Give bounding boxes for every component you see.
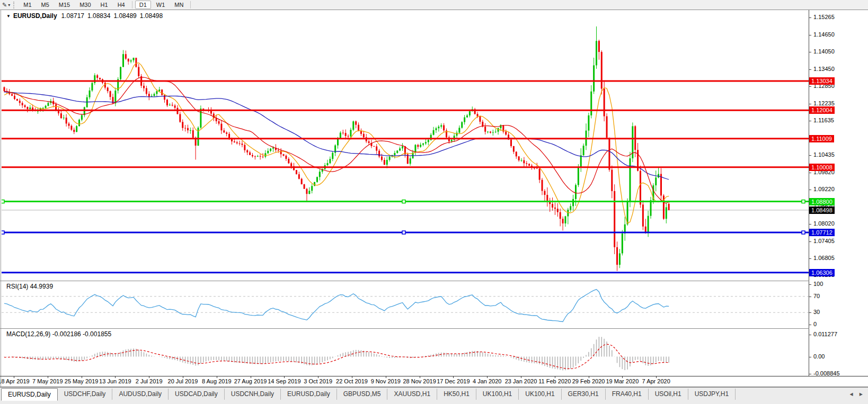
price-tick-mark bbox=[809, 86, 811, 87]
price-tick-mark bbox=[809, 121, 811, 121]
price-tick-label: 1.07405 bbox=[813, 238, 835, 244]
price-tick-mark bbox=[809, 104, 811, 104]
price-line-tag: 1.11009 bbox=[809, 135, 834, 142]
price-line-tag: 1.13034 bbox=[809, 77, 835, 85]
ohlc-low: 1.08489 bbox=[113, 12, 136, 20]
price-tick-label: 1.13450 bbox=[813, 66, 835, 72]
rsi-value: 44.9939 bbox=[30, 283, 53, 290]
tab-scroll-right-icon[interactable]: ▶ bbox=[860, 392, 863, 397]
hline-handle[interactable] bbox=[1, 200, 4, 203]
macd-tick-label: 0.011277 bbox=[813, 331, 837, 337]
price-line-tag: 1.07712 bbox=[809, 229, 835, 236]
macd-tick-mark bbox=[809, 335, 811, 335]
bid-price-tag: 1.08498 bbox=[809, 207, 835, 214]
price-tick-label: 1.10435 bbox=[813, 151, 835, 158]
price-tick-mark bbox=[809, 190, 811, 190]
macd-value: -0.002186 bbox=[52, 330, 81, 338]
ohlc-close: 1.08498 bbox=[140, 12, 163, 20]
rsi-tick-label: 30 bbox=[813, 309, 820, 315]
price-tick-label: 1.09220 bbox=[813, 186, 835, 192]
tab-scroll-left-icon[interactable]: ◀ bbox=[849, 392, 853, 397]
price-tick-mark bbox=[809, 35, 811, 35]
rsi-tick-label: 0 bbox=[813, 321, 817, 327]
chart-collapse-icon[interactable]: ▼ bbox=[6, 14, 11, 19]
chart-canvas[interactable] bbox=[0, 0, 868, 404]
price-tick-label: 1.11635 bbox=[813, 117, 834, 123]
price-tick-label: 1.15265 bbox=[813, 14, 835, 20]
price-tick-mark bbox=[809, 173, 811, 173]
chart-symbol-label: EURUSD,Daily bbox=[13, 12, 57, 20]
price-tick-label: 1.12235 bbox=[813, 100, 835, 106]
ohlc-open: 1.08717 bbox=[61, 12, 84, 20]
price-tick-label: 1.14050 bbox=[813, 48, 835, 55]
tab-scroll-arrows: ◀ ▶ bbox=[844, 392, 863, 397]
rsi-tick-mark bbox=[809, 312, 811, 313]
macd-tick-label: 0.00 bbox=[813, 353, 825, 360]
price-tick-label: 1.06805 bbox=[813, 255, 835, 261]
hline-handle[interactable] bbox=[1, 231, 4, 234]
rsi-tick-mark bbox=[809, 297, 811, 297]
price-line-tag: 1.10008 bbox=[809, 164, 835, 171]
mt4-terminal: ✎ ▾ M1M5M15M30H1H4D1W1MN ▼EURUSD,Daily1.… bbox=[0, 0, 868, 404]
price-line-tag: 1.06306 bbox=[809, 269, 835, 276]
macd-tick-mark bbox=[809, 357, 811, 357]
hline-handle[interactable] bbox=[802, 200, 805, 203]
rsi-tick-mark bbox=[809, 284, 811, 285]
macd-tick-mark bbox=[809, 374, 811, 374]
macd-signal-value: -0.001855 bbox=[83, 330, 111, 338]
hline-handle[interactable] bbox=[402, 231, 405, 234]
price-tick-mark bbox=[809, 52, 811, 52]
price-tick-mark bbox=[809, 258, 811, 259]
ohlc-high: 1.08834 bbox=[87, 12, 110, 20]
price-tick-mark bbox=[809, 69, 811, 70]
rsi-label: RSI(14) 44.9939 bbox=[6, 283, 53, 290]
chart-title: ▼EURUSD,Daily1.087171.088341.084891.0849… bbox=[6, 12, 166, 20]
price-tick-label: 1.08020 bbox=[813, 220, 835, 227]
macd-label: MACD(12,26,9) -0.002186 -0.001855 bbox=[6, 330, 111, 338]
hline-handle[interactable] bbox=[802, 231, 805, 234]
price-tick-mark bbox=[809, 155, 811, 156]
rsi-tick-label: 70 bbox=[813, 293, 820, 299]
hline-handle[interactable] bbox=[402, 200, 405, 203]
rsi-tick-label: 100 bbox=[813, 281, 823, 287]
price-line-tag: 1.08800 bbox=[809, 198, 835, 205]
price-tick-mark bbox=[809, 224, 811, 225]
price-tick-mark bbox=[809, 241, 811, 242]
price-tick-mark bbox=[809, 17, 811, 18]
price-line-tag: 1.12004 bbox=[809, 106, 835, 114]
macd-tick-label: -0.008845 bbox=[813, 370, 840, 376]
price-tick-label: 1.14650 bbox=[813, 31, 835, 38]
rsi-tick-mark bbox=[809, 325, 811, 325]
